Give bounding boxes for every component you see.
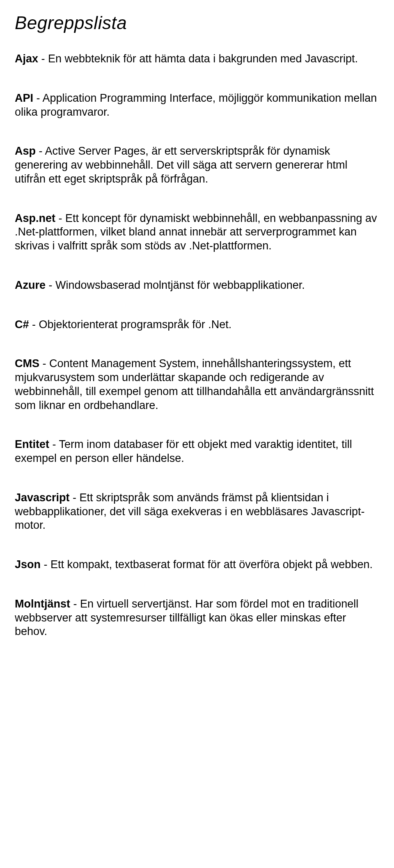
term-label: Entitet (15, 438, 49, 450)
term-label: Azure (15, 279, 46, 291)
term-definition: - En webbteknik för att hämta data i bak… (38, 53, 358, 65)
page-title: Begreppslista (15, 11, 379, 34)
term-label: Asp (15, 145, 36, 157)
term-definition: - Content Management System, innehållsha… (15, 357, 374, 411)
glossary-entry: API - Application Programming Interface,… (15, 91, 379, 119)
glossary-entry: Azure - Windowsbaserad molntjänst för we… (15, 279, 379, 292)
term-definition: - Application Programming Interface, möj… (15, 92, 377, 118)
term-definition: - Ett kompakt, textbaserat format för at… (41, 558, 373, 571)
term-label: Ajax (15, 53, 38, 65)
glossary-entry: CMS - Content Management System, innehål… (15, 357, 379, 412)
term-label: Json (15, 558, 41, 571)
term-definition: - Windowsbaserad molntjänst för webbappl… (46, 279, 305, 291)
term-label: API (15, 92, 33, 104)
term-definition: - Term inom databaser för ett objekt med… (15, 438, 352, 464)
term-definition: - Ett koncept för dynamiskt webbinnehåll… (15, 212, 377, 252)
glossary-entry: Ajax - En webbteknik för att hämta data … (15, 52, 379, 66)
glossary-entry: Javascript - Ett skriptspråk som används… (15, 491, 379, 532)
term-definition: - Objektorienterat programspråk för .Net… (29, 318, 232, 331)
glossary-entry: C# - Objektorienterat programspråk för .… (15, 318, 379, 332)
term-definition: - Active Server Pages, är ett serverskri… (15, 145, 347, 185)
glossary-entry: Asp.net - Ett koncept för dynamiskt webb… (15, 212, 379, 253)
term-label: C# (15, 318, 29, 331)
glossary-entry: Asp - Active Server Pages, är ett server… (15, 144, 379, 186)
glossary-entry: Entitet - Term inom databaser för ett ob… (15, 438, 379, 466)
term-label: Molntjänst (15, 598, 70, 610)
glossary-entry: Json - Ett kompakt, textbaserat format f… (15, 558, 379, 572)
term-label: CMS (15, 357, 39, 370)
glossary-entry: Molntjänst - En virtuell servertjänst. H… (15, 597, 379, 639)
term-label: Javascript (15, 491, 70, 504)
term-label: Asp.net (15, 212, 55, 224)
